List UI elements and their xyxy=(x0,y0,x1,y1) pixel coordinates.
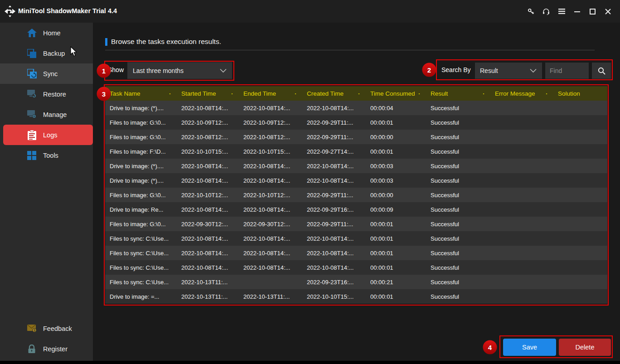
cell-created-time: 2022-10-08T14:... xyxy=(302,235,366,242)
cell-task-name: Files to image: G:\0... xyxy=(105,221,177,228)
cell-result: Successful xyxy=(426,163,490,170)
cell-started-time: 2022-10-08T14:... xyxy=(177,177,239,184)
cell-time-consumed: 00:00:01 xyxy=(366,235,426,242)
cell-ended-time: 2022-10-08T14:... xyxy=(239,163,302,170)
cell-started-time: 2022-10-08T14:... xyxy=(177,105,239,112)
register-icon xyxy=(27,344,37,354)
cell-started-time: 2022-10-08T14:... xyxy=(177,235,239,242)
sidebar-item-label: Logs xyxy=(43,131,57,139)
cell-created-time: 2022-10-08T14:... xyxy=(302,264,366,271)
cell-ended-time: 2022-10-08T14:... xyxy=(239,105,302,112)
cell-created-time: 2022-09-29T11:... xyxy=(302,119,366,126)
column-header[interactable]: Task Name xyxy=(105,90,177,97)
sidebar-item-register[interactable]: Register xyxy=(0,339,93,359)
sidebar-item-label: Sync xyxy=(43,70,58,78)
cell-time-consumed: 00:00:21 xyxy=(366,279,426,286)
sidebar-item-label: Register xyxy=(43,345,68,353)
cell-ended-time: 2022-10-10T12:... xyxy=(239,192,302,199)
cell-started-time: 2022-10-10T15:... xyxy=(177,148,239,155)
headset-icon[interactable] xyxy=(538,0,554,23)
cell-task-name: Files to image: G:\0... xyxy=(105,119,177,126)
maximize-icon[interactable] xyxy=(585,0,600,23)
annotation-badge-2: 2 xyxy=(422,63,436,77)
sidebar-item-label: Manage xyxy=(43,111,67,118)
table-row[interactable]: Files to image: G:\0... 2022-09-30T12:..… xyxy=(105,217,607,231)
sidebar-item-manage[interactable]: Manage xyxy=(0,104,93,125)
sidebar-item-home[interactable]: Home xyxy=(0,23,93,43)
menu-icon[interactable] xyxy=(554,0,569,23)
column-header[interactable]: Created Time xyxy=(302,90,366,97)
cell-result: Successful xyxy=(426,134,490,141)
column-header[interactable]: Time Consumed xyxy=(366,90,426,97)
svg-text:1: 1 xyxy=(33,328,35,332)
sidebar-item-feedback[interactable]: 1 Feedback xyxy=(0,318,93,339)
sidebar-item-label: Backup xyxy=(43,50,65,57)
sidebar-item-backup[interactable]: Backup xyxy=(0,43,93,63)
window-title: MiniTool ShadowMaker Trial 4.4 xyxy=(18,7,117,15)
cell-started-time: 2022-10-09T12:... xyxy=(177,119,239,126)
table-row[interactable]: Files to image: G:\0... 2022-10-08T12:..… xyxy=(105,130,607,144)
sidebar-item-restore[interactable]: Restore xyxy=(0,84,93,104)
column-header[interactable]: Started Time xyxy=(177,90,239,97)
table-row[interactable]: Drive to image: (*).... 2022-10-08T14:..… xyxy=(105,159,607,173)
search-by-dropdown-value: Result xyxy=(475,67,498,74)
table-row[interactable]: Drive to image: =... 2022-10-13T11:... 2… xyxy=(105,289,607,304)
cell-time-consumed: 00:00:01 xyxy=(366,264,426,271)
column-header[interactable]: Ended Time xyxy=(239,90,302,97)
cell-started-time: 2022-10-08T14:... xyxy=(177,264,239,271)
search-by-dropdown[interactable]: Result xyxy=(475,63,542,79)
search-by-label: Search By xyxy=(441,66,471,73)
cell-result: Successful xyxy=(426,119,490,126)
cell-created-time: 2022-10-08T14:... xyxy=(302,105,366,112)
table-row[interactable]: Files to image: G:\0... 2022-10-10T12:..… xyxy=(105,188,607,202)
cell-task-name: Drive to image: Re... xyxy=(105,206,177,213)
table-row[interactable]: Files to sync: C:\Use... 2022-10-08T14:.… xyxy=(105,246,607,260)
cell-created-time: 2022-10-08T14:... xyxy=(302,250,366,257)
table-row[interactable]: Drive to image: (*).... 2022-10-08T14:..… xyxy=(105,101,607,115)
cell-started-time: 2022-10-10T12:... xyxy=(177,192,239,199)
search-button[interactable] xyxy=(592,63,611,79)
cell-result: Successful xyxy=(426,279,490,286)
sidebar-item-label: Tools xyxy=(43,152,58,159)
table-row[interactable]: Drive to image: Re... 2022-10-08T14:... … xyxy=(105,202,607,217)
cell-task-name: Files to image: F:\D... xyxy=(105,148,177,155)
app-logo-icon xyxy=(4,5,16,18)
cell-created-time: 2022-09-29T11:... xyxy=(302,192,366,199)
table-row[interactable]: Files to image: F:\D... 2022-10-10T15:..… xyxy=(105,144,607,159)
cell-created-time: 2022-10-10T15:... xyxy=(302,293,366,300)
cell-time-consumed: 00:00:01 xyxy=(366,250,426,257)
column-header[interactable]: Error Message xyxy=(490,90,553,97)
key-icon[interactable] xyxy=(523,0,538,23)
show-dropdown[interactable]: Last three months xyxy=(127,62,232,79)
cell-time-consumed: 00:00:09 xyxy=(366,206,426,213)
cell-time-consumed: 00:00:04 xyxy=(366,105,426,112)
find-input[interactable] xyxy=(545,63,589,79)
cell-ended-time: 2022-09-30T12:... xyxy=(239,221,302,228)
delete-button[interactable]: Delete xyxy=(559,339,611,356)
table-row[interactable]: Files to sync: C:\Use... 2022-10-08T14:.… xyxy=(105,260,607,275)
sidebar-item-label: Home xyxy=(43,29,61,37)
table-row[interactable]: Drive to image: (*).... 2022-10-08T14:..… xyxy=(105,173,607,188)
sidebar-item-logs[interactable]: Logs xyxy=(3,125,93,145)
sidebar-item-tools[interactable]: Tools xyxy=(0,145,93,165)
cell-result: Successful xyxy=(426,148,490,155)
logs-table: Task Name Started Time Ended Time Create… xyxy=(105,86,607,304)
table-row[interactable]: Files to sync: C:\Use... 2022-10-08T14:.… xyxy=(105,231,607,246)
cell-created-time: 2022-09-29T11:... xyxy=(302,221,366,228)
sync-icon xyxy=(27,69,37,79)
logs-icon xyxy=(27,130,37,140)
table-row[interactable]: Files to sync: C:\Use... 2022-10-13T11:.… xyxy=(105,275,607,289)
save-button[interactable]: Save xyxy=(503,339,556,356)
column-header[interactable]: Result xyxy=(426,90,490,97)
cell-created-time: 2022-10-08T14:... xyxy=(302,177,366,184)
minimize-icon[interactable] xyxy=(569,0,585,23)
table-header-row: Task Name Started Time Ended Time Create… xyxy=(105,86,607,101)
table-row[interactable]: Files to image: G:\0... 2022-10-09T12:..… xyxy=(105,115,607,130)
sidebar-item-sync[interactable]: Sync xyxy=(0,63,93,84)
cell-started-time: 2022-10-13T11:... xyxy=(177,293,239,300)
chevron-down-icon xyxy=(530,69,537,73)
cell-started-time: 2022-10-08T14:... xyxy=(177,163,239,170)
close-icon[interactable] xyxy=(600,0,615,23)
cell-ended-time: 2022-10-08T12:... xyxy=(239,134,302,141)
column-header[interactable]: Solution xyxy=(553,90,607,97)
